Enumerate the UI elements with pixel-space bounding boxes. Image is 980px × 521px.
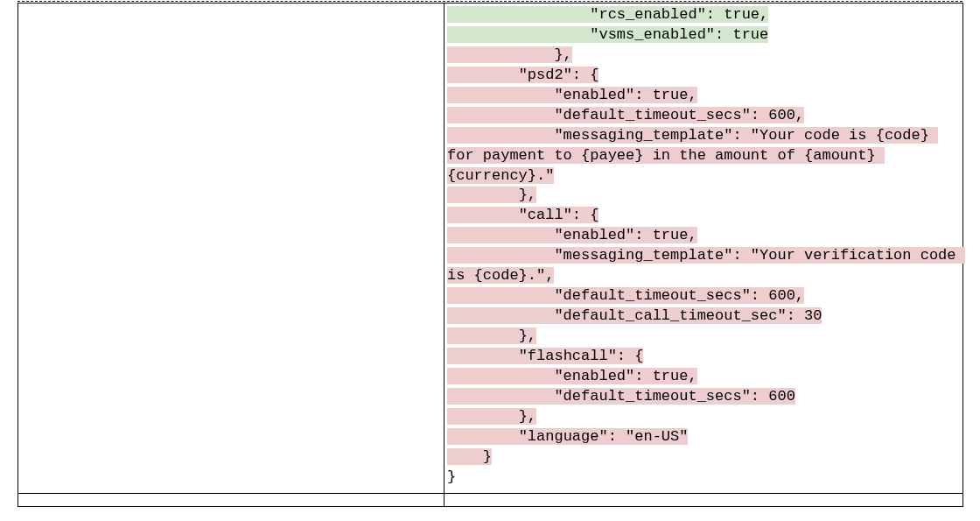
table-row: "rcs_enabled": true, "vsms_enabled": tru… <box>18 4 963 494</box>
code-line: "messaging_template": "Your verification… <box>447 247 965 284</box>
code-line: } <box>447 448 492 465</box>
table-row <box>18 493 963 506</box>
code-line: "default_timeout_secs": 600, <box>447 107 804 123</box>
code-line: "default_timeout_secs": 600 <box>447 388 795 405</box>
code-line: }, <box>447 327 536 344</box>
code-line: "call": { <box>447 207 598 223</box>
code-line: "rcs_enabled": true, <box>447 6 768 23</box>
empty-cell-right <box>444 493 963 506</box>
code-line: }, <box>447 46 572 63</box>
code-line: "enabled": true, <box>447 227 697 243</box>
code-line: "language": "en-US" <box>447 428 688 445</box>
code-line: } <box>447 468 456 485</box>
code-line: "default_timeout_secs": 600, <box>447 287 804 304</box>
code-line: "flashcall": { <box>447 348 643 364</box>
code-line: "vsms_enabled": true <box>447 26 768 43</box>
diff-left-cell <box>18 4 444 494</box>
code-line: "messaging_template": "Your code is {cod… <box>447 127 938 184</box>
diff-right-cell: "rcs_enabled": true, "vsms_enabled": tru… <box>444 4 963 494</box>
code-block: "rcs_enabled": true, "vsms_enabled": tru… <box>447 5 960 488</box>
code-line: "psd2": { <box>447 67 598 83</box>
empty-cell-left <box>18 493 444 506</box>
table-top-dashed <box>18 1 962 2</box>
diff-table: "rcs_enabled": true, "vsms_enabled": tru… <box>18 3 963 507</box>
code-line: }, <box>447 187 536 203</box>
code-line: "default_call_timeout_sec": 30 <box>447 307 822 324</box>
code-line: "enabled": true, <box>447 87 697 103</box>
code-line: }, <box>447 408 536 425</box>
code-line: "enabled": true, <box>447 368 697 384</box>
